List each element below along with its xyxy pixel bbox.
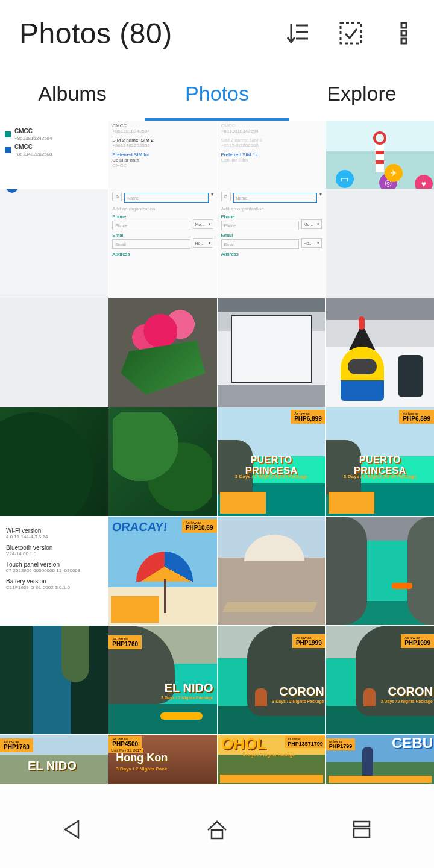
photo-thumb[interactable] xyxy=(218,517,326,625)
svg-rect-7 xyxy=(401,39,406,43)
photo-thumb[interactable]: Wi-Fi version4.0.11.144-4.3.3.24 Bluetoo… xyxy=(0,517,108,625)
system-nav-bar xyxy=(0,790,434,868)
photo-thumb[interactable]: OHOL 3 Days / 2 Nights Package As low as… xyxy=(218,735,326,784)
photo-thumb[interactable]: As low asPHP1760 EL NIDO 3 Days / 2 Nigh… xyxy=(108,626,216,734)
photo-thumb[interactable] xyxy=(326,298,434,407)
photo-thumb[interactable]: As low asPHP4500 Until May 31, 2017 Hong… xyxy=(108,735,216,784)
more-icon[interactable] xyxy=(391,20,417,46)
photo-thumb[interactable] xyxy=(0,626,108,734)
photo-thumb[interactable] xyxy=(108,407,216,516)
photo-thumb[interactable]: ORACAY! As low asPHP10,69 xyxy=(108,517,216,625)
recent-icon[interactable] xyxy=(346,814,377,845)
photo-thumb[interactable] xyxy=(0,298,108,407)
photo-thumb[interactable] xyxy=(326,517,434,625)
photo-thumb[interactable]: CMCC+8613816342594 CMCC+8613482202508 xyxy=(0,121,108,189)
photo-thumb[interactable]: As low asPHP1799 CEBU xyxy=(326,735,434,784)
select-icon[interactable] xyxy=(338,20,364,46)
photo-grid: CMCC+8613816342594 CMCC+8613482202508 CM… xyxy=(0,121,434,788)
photo-thumb[interactable]: ▭◎✈♥ xyxy=(326,121,434,189)
svg-rect-11 xyxy=(354,829,370,837)
svg-rect-5 xyxy=(401,23,406,28)
photo-thumb[interactable]: As low asPHP6,899 PUERTOPRINCESA 3 Days … xyxy=(326,407,434,516)
svg-rect-4 xyxy=(341,23,361,43)
svg-marker-8 xyxy=(65,821,78,838)
tab-explore[interactable]: Explore xyxy=(289,66,434,121)
tab-photos[interactable]: Photos xyxy=(145,66,289,121)
back-icon[interactable] xyxy=(57,814,88,845)
sort-icon[interactable] xyxy=(285,20,311,46)
svg-rect-10 xyxy=(354,822,370,826)
svg-rect-6 xyxy=(401,31,406,36)
home-icon[interactable] xyxy=(201,814,233,845)
photo-thumb[interactable]: As low asPHP6,899 PUERTOPRINCESA 3 Days … xyxy=(218,407,326,516)
photo-thumb[interactable]: ☺Name▾ Add an organization Phone PhoneMo… xyxy=(218,189,326,298)
photo-thumb[interactable] xyxy=(0,407,108,516)
photo-thumb[interactable]: As low asPHP1760 EL NIDO xyxy=(0,735,108,784)
photo-thumb[interactable]: CMCC +8613816342594 SIM 2 name: SIM 2 +8… xyxy=(108,121,216,189)
tab-albums[interactable]: Albums xyxy=(0,66,145,121)
app-header: Photos (80) xyxy=(0,0,434,66)
photo-thumb[interactable]: As low asPHP1999 CORON 3 Days / 2 Nights… xyxy=(326,626,434,734)
photo-thumb[interactable]: CMCC +8613816342594 SIM 2 name: SIM 2 +8… xyxy=(218,121,326,189)
photo-thumb[interactable]: As low asPHP1999 CORON 3 Days / 2 Nights… xyxy=(218,626,326,734)
photo-thumb[interactable] xyxy=(326,189,434,298)
photo-thumb[interactable] xyxy=(218,298,326,407)
svg-rect-9 xyxy=(212,830,222,838)
photo-thumb[interactable] xyxy=(108,298,216,407)
photo-thumb[interactable]: ☺Name▾ Add an organization Phone PhoneMo… xyxy=(108,189,216,298)
tab-bar: Albums Photos Explore xyxy=(0,66,434,121)
photo-thumb[interactable] xyxy=(0,189,108,298)
page-title: Photos (80) xyxy=(19,17,258,50)
